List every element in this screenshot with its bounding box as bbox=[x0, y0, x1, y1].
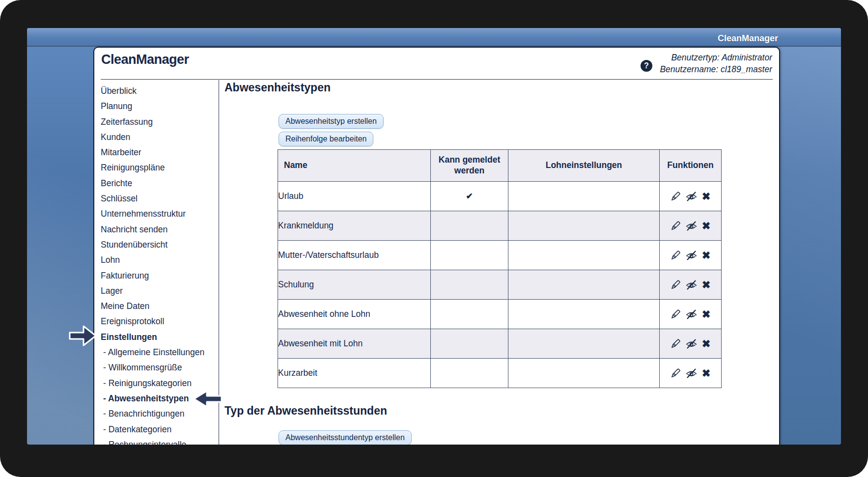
column-header-reportable: Kann gemeldet werden bbox=[431, 150, 508, 182]
name-cell: Schulung bbox=[278, 270, 431, 300]
sidebar-item-fakturierung[interactable]: Fakturierung bbox=[101, 268, 218, 283]
table-header-row: Name Kann gemeldet werden Lohneinstellun… bbox=[278, 150, 722, 182]
browser-titlebar: CleanManager bbox=[27, 28, 841, 47]
hide-icon[interactable] bbox=[685, 338, 698, 349]
edit-order-button[interactable]: Reihenfolge bearbeiten bbox=[279, 132, 373, 146]
delete-icon[interactable]: ✖ bbox=[702, 309, 711, 319]
create-absence-type-button[interactable]: Abwesenheitstyp erstellen bbox=[279, 114, 384, 129]
reportable-cell bbox=[431, 241, 508, 270]
titlebar-title: CleanManager bbox=[718, 33, 778, 44]
pay-settings-cell bbox=[508, 211, 660, 241]
edit-icon[interactable] bbox=[671, 191, 681, 201]
user-name-label: Benutzername: cl189_master bbox=[660, 63, 772, 75]
app-window: CleanManager ? Benutzertyp: Administrato… bbox=[93, 47, 780, 445]
sidebar-item-unternehmensstruktur[interactable]: Unternehmensstruktur bbox=[101, 206, 218, 222]
sidebar-item-lager[interactable]: Lager bbox=[101, 283, 218, 299]
sidebar-item-reinigungskategorien[interactable]: - Reinigungskategorien bbox=[101, 376, 218, 391]
reportable-cell bbox=[431, 211, 508, 241]
sidebar-item-einstellungen[interactable]: Einstellungen bbox=[101, 330, 218, 345]
help-icon[interactable]: ? bbox=[641, 60, 652, 72]
sidebar-item-reinigungspläne[interactable]: Reinigungspläne bbox=[101, 160, 218, 175]
column-header-functions: Funktionen bbox=[660, 150, 722, 182]
edit-icon[interactable] bbox=[671, 250, 681, 260]
delete-icon[interactable]: ✖ bbox=[702, 338, 711, 349]
absence-types-table: Name Kann gemeldet werden Lohneinstellun… bbox=[278, 149, 722, 388]
sidebar-divider bbox=[219, 80, 219, 445]
hide-icon[interactable] bbox=[685, 368, 698, 379]
app-logo: CleanManager bbox=[101, 52, 189, 67]
hide-icon[interactable] bbox=[685, 191, 698, 202]
sidebar-item-lohn[interactable]: Lohn bbox=[101, 253, 218, 268]
sidebar-item-planung[interactable]: Planung bbox=[101, 99, 218, 114]
reportable-cell bbox=[431, 300, 508, 329]
sidebar-item-schlüssel[interactable]: Schlüssel bbox=[101, 191, 218, 206]
delete-icon[interactable]: ✖ bbox=[702, 221, 711, 231]
hours-section-title: Typ der Abwesenheitsstunden bbox=[224, 404, 387, 418]
name-cell: Abwesenheit mit Lohn bbox=[278, 329, 431, 359]
column-header-pay-settings: Lohneinstellungen bbox=[508, 150, 660, 182]
delete-icon[interactable]: ✖ bbox=[702, 250, 711, 260]
sidebar-nav: ÜberblickPlanungZeiterfassungKundenMitar… bbox=[101, 84, 218, 445]
delete-icon[interactable]: ✖ bbox=[702, 368, 711, 378]
sidebar-item-nachricht-senden[interactable]: Nachricht senden bbox=[101, 222, 218, 237]
functions-cell: ✖ bbox=[660, 300, 722, 329]
edit-icon[interactable] bbox=[671, 338, 681, 349]
sidebar-item-meine-daten[interactable]: Meine Daten bbox=[101, 299, 218, 314]
pay-settings-cell bbox=[508, 300, 660, 329]
functions-cell: ✖ bbox=[660, 182, 722, 211]
table-row: Schulung bbox=[278, 270, 722, 300]
column-header-name: Name bbox=[278, 150, 431, 182]
sidebar-item-kunden[interactable]: Kunden bbox=[101, 130, 218, 145]
table-row: Kurzarbeit bbox=[278, 359, 722, 388]
user-info: Benutzertyp: Administrator Benutzername:… bbox=[660, 52, 772, 75]
table-row: Abwesenheit ohne Lohn bbox=[278, 300, 722, 329]
table-row: Krankmeldung bbox=[278, 211, 722, 241]
header-divider bbox=[101, 79, 773, 80]
hide-icon[interactable] bbox=[685, 250, 698, 261]
pay-settings-cell bbox=[508, 359, 660, 388]
reportable-cell bbox=[431, 329, 508, 359]
sidebar-item-überblick[interactable]: Überblick bbox=[101, 84, 218, 99]
check-icon: ✔ bbox=[466, 192, 473, 201]
sidebar-item-berichte[interactable]: Berichte bbox=[101, 176, 218, 191]
functions-cell: ✖ bbox=[660, 359, 722, 388]
sidebar-item-mitarbeiter[interactable]: Mitarbeiter bbox=[101, 145, 218, 160]
reportable-cell: ✔ bbox=[431, 182, 508, 211]
sidebar-item-ereignisprotokoll[interactable]: Ereignisprotokoll bbox=[101, 314, 218, 329]
hide-icon[interactable] bbox=[685, 309, 698, 320]
sidebar-item-stundenübersicht[interactable]: Stundenübersicht bbox=[101, 237, 218, 253]
sidebar-item-allgemeine-einstellungen[interactable]: - Allgemeine Einstellungen bbox=[101, 345, 218, 360]
sidebar-item-willkommensgrüße[interactable]: - Willkommensgrüße bbox=[101, 360, 218, 375]
table-row: Urlaub ✔ bbox=[278, 182, 722, 211]
pay-settings-cell bbox=[508, 241, 660, 270]
delete-icon[interactable]: ✖ bbox=[702, 280, 711, 290]
functions-cell: ✖ bbox=[660, 329, 722, 359]
sidebar-item-benachrichtigungen[interactable]: - Benachrichtigungen bbox=[101, 406, 218, 421]
table-row: Abwesenheit mit Lohn bbox=[278, 329, 722, 359]
pay-settings-cell bbox=[508, 270, 660, 300]
reportable-cell bbox=[431, 270, 508, 300]
page-title: Abwesenheitstypen bbox=[224, 81, 331, 94]
edit-icon[interactable] bbox=[671, 280, 681, 290]
functions-cell: ✖ bbox=[660, 241, 722, 270]
sidebar-item-abwesenheitstypen[interactable]: - Abwesenheitstypen bbox=[101, 391, 218, 406]
pay-settings-cell bbox=[508, 182, 660, 211]
hide-icon[interactable] bbox=[685, 221, 698, 231]
user-type-label: Benutzertyp: Administrator bbox=[660, 52, 772, 63]
name-cell: Mutter-/Vaterschaftsurlaub bbox=[278, 241, 431, 270]
sidebar-item-rechnungsintervalle[interactable]: - Rechnungsintervalle bbox=[101, 437, 218, 445]
edit-icon[interactable] bbox=[671, 368, 681, 378]
edit-icon[interactable] bbox=[671, 309, 681, 319]
sidebar-item-datenkategorien[interactable]: - Datenkategorien bbox=[101, 422, 218, 437]
hide-icon[interactable] bbox=[685, 280, 698, 290]
sidebar-item-zeiterfassung[interactable]: Zeiterfassung bbox=[101, 114, 218, 130]
functions-cell: ✖ bbox=[660, 270, 722, 300]
desktop: CleanManager CleanManager ? Benutzertyp:… bbox=[27, 28, 841, 445]
name-cell: Urlaub bbox=[278, 182, 431, 211]
functions-cell: ✖ bbox=[660, 211, 722, 241]
edit-icon[interactable] bbox=[671, 221, 681, 231]
create-absence-hour-type-button[interactable]: Abwesenheitsstundentyp erstellen bbox=[279, 430, 412, 445]
delete-icon[interactable]: ✖ bbox=[702, 191, 711, 201]
table-row: Mutter-/Vaterschaftsurlaub bbox=[278, 241, 722, 270]
name-cell: Kurzarbeit bbox=[278, 359, 431, 388]
